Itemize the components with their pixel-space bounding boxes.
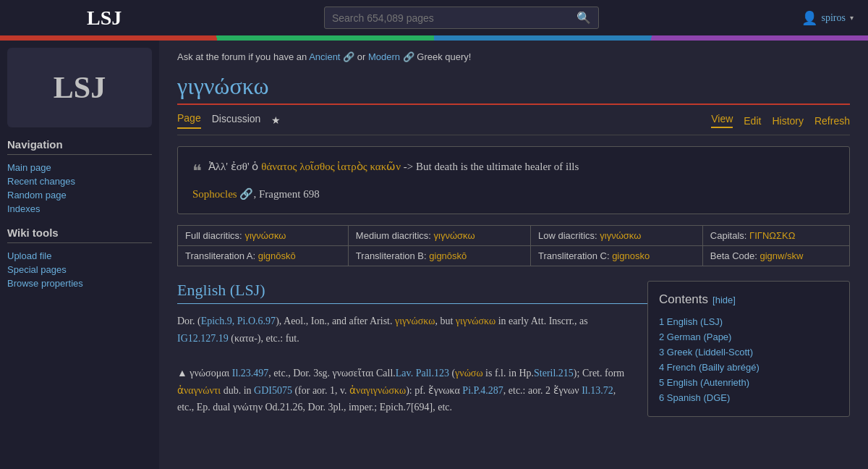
- tab-page[interactable]: Page: [177, 112, 201, 129]
- greek-inline[interactable]: ἀναγνώντι: [177, 385, 221, 396]
- ref-link[interactable]: Il.13.72: [582, 385, 613, 396]
- notice-text-middle: or: [357, 51, 366, 62]
- notice-text-after: Greek query!: [417, 51, 471, 62]
- tab-history[interactable]: History: [772, 115, 804, 127]
- cell-label: Transliteration A:: [185, 250, 255, 261]
- cell-value: gignōskō: [429, 250, 467, 261]
- contents-item-5[interactable]: 5 English (Autenrieth): [659, 375, 838, 390]
- cell-label: Beta Code:: [710, 250, 757, 261]
- notice-link-modern[interactable]: Modern: [368, 51, 400, 62]
- search-bar[interactable]: 🔍: [324, 7, 599, 29]
- ref-link[interactable]: Lav. Pall.123: [396, 368, 449, 379]
- sidebar: LSJ Navigation Main page Recent changes …: [0, 41, 159, 469]
- sidebar-link-upload-file[interactable]: Upload file: [7, 249, 152, 263]
- site-logo: LSJ: [87, 7, 122, 30]
- sidebar-wiki-tools-title: Wiki tools: [7, 227, 152, 243]
- tabs-left: Page Discussion ★: [177, 112, 711, 129]
- cell-value: γιγνώσκω: [600, 230, 641, 241]
- content-area: Ask at the forum if you have an Ancient …: [159, 41, 868, 469]
- sidebar-navigation-section: Navigation Main page Recent changes Rand…: [7, 138, 152, 216]
- greek-inline[interactable]: γιγνώσκω: [456, 316, 495, 326]
- search-input[interactable]: [332, 12, 576, 24]
- star-icon[interactable]: ★: [271, 114, 281, 127]
- greek-inline[interactable]: γιγνώσκω: [395, 316, 435, 326]
- cell-value: gignōskō: [258, 250, 296, 261]
- contents-title: Contents [hide]: [659, 292, 838, 307]
- cell-label: Full diacritics:: [185, 230, 242, 241]
- contents-box: Contents [hide] 1 English (LSJ) 2 German…: [647, 281, 850, 417]
- top-header: LSJ 🔍 👤 spiros ▾: [0, 0, 868, 38]
- tab-view[interactable]: View: [711, 113, 733, 128]
- ref-link[interactable]: GDI5075: [254, 385, 292, 396]
- tabs-area: Page Discussion ★ View Edit History Refr…: [177, 112, 850, 135]
- sidebar-navigation-title: Navigation: [7, 138, 152, 155]
- user-dropdown-arrow[interactable]: ▾: [850, 14, 854, 22]
- sidebar-wiki-tools-section: Wiki tools Upload file Special pages Bro…: [7, 227, 152, 290]
- table-cell: Full diacritics: γιγνώσκω: [178, 226, 349, 246]
- tabs-right: View Edit History Refresh: [711, 113, 850, 128]
- contents-item-6[interactable]: 6 Spanish (DGE): [659, 390, 838, 405]
- cell-label: Transliteration C:: [538, 250, 610, 261]
- greek-inline[interactable]: γνώσω: [455, 368, 483, 379]
- search-icon[interactable]: 🔍: [576, 11, 591, 25]
- quote-block: ❝ Ἀλλ' ἐσθ' ὁ θάνατος λοῖσθος ἰατρὸς κακ…: [177, 146, 850, 214]
- sidebar-link-special-pages[interactable]: Special pages: [7, 263, 152, 276]
- page-title: γιγνώσκω: [177, 73, 850, 105]
- table-row: Transliteration A: gignōskō Transliterat…: [178, 246, 850, 266]
- table-cell: Beta Code: gignw/skw: [702, 246, 849, 266]
- contents-item-4[interactable]: 4 French (Bailly abrégé): [659, 360, 838, 375]
- sidebar-logo-box: LSJ: [7, 48, 152, 127]
- quote-mark-icon: ❝: [192, 162, 202, 181]
- sidebar-link-recent-changes[interactable]: Recent changes: [7, 174, 152, 188]
- notice-bar: Ask at the forum if you have an Ancient …: [177, 51, 850, 62]
- quote-source-icon: 🔗: [237, 188, 254, 200]
- user-area: 👤 spiros ▾: [801, 10, 854, 26]
- table-cell: Medium diacritics: γιγνώσκω: [348, 226, 530, 246]
- contents-item-1[interactable]: 1 English (LSJ): [659, 314, 838, 329]
- table-cell: Capitals: ΓΙΓΝΩΣΚΩ: [702, 226, 849, 246]
- tab-discussion[interactable]: Discussion: [212, 113, 261, 128]
- ref-link[interactable]: Steril.215: [534, 368, 574, 379]
- table-cell: Transliteration A: gignōskō: [178, 246, 349, 266]
- table-cell: Transliteration C: gignosko: [531, 246, 703, 266]
- notice-external-icon-modern: 🔗: [403, 51, 414, 62]
- quote-source-plain: , Fragment 698: [253, 188, 319, 200]
- cell-value: γιγνώσκω: [244, 230, 286, 241]
- contents-hide-link[interactable]: [hide]: [712, 295, 736, 305]
- contents-item-3[interactable]: 3 Greek (Liddell-Scott): [659, 345, 838, 360]
- sidebar-link-main-page[interactable]: Main page: [7, 161, 152, 174]
- cell-label: Transliteration B:: [356, 250, 427, 261]
- contents-item-2[interactable]: 2 German (Pape): [659, 329, 838, 345]
- table-cell: Transliteration B: gignōskō: [348, 246, 530, 266]
- sidebar-logo-text: LSJ: [54, 70, 106, 105]
- cell-label: Low diacritics:: [538, 230, 597, 241]
- cell-value: γιγνώσκω: [434, 230, 475, 241]
- ref-link[interactable]: Pi.P.4.287: [462, 385, 503, 396]
- sidebar-link-browse-properties[interactable]: Browse properties: [7, 276, 152, 290]
- diacritics-table: Full diacritics: γιγνώσκω Medium diacrit…: [177, 225, 850, 266]
- notice-text-before: Ask at the forum if you have an: [177, 51, 307, 62]
- table-cell: Low diacritics: γιγνώσκω: [531, 226, 703, 246]
- contents-title-text: Contents: [659, 292, 708, 307]
- tab-refresh[interactable]: Refresh: [814, 115, 850, 127]
- table-row: Full diacritics: γιγνώσκω Medium diacrit…: [178, 226, 850, 246]
- sidebar-link-indexes[interactable]: Indexes: [7, 202, 152, 216]
- quote-greek-plain-1: Ἀλλ' ἐσθ' ὁ: [208, 161, 261, 172]
- quote-greek-link[interactable]: θάνατος λοῖσθος ἰατρὸς κακῶν: [261, 161, 401, 172]
- ref-link[interactable]: IG12.127.19: [177, 333, 229, 344]
- sidebar-link-random-page[interactable]: Random page: [7, 188, 152, 202]
- username[interactable]: spiros: [822, 12, 846, 24]
- main-layout: LSJ Navigation Main page Recent changes …: [0, 41, 868, 469]
- tab-edit[interactable]: Edit: [744, 115, 761, 127]
- ref-link[interactable]: Il.23.497: [232, 368, 269, 379]
- notice-link-ancient[interactable]: Ancient: [309, 51, 340, 62]
- cell-value: gignw/skw: [760, 250, 803, 261]
- ref-link[interactable]: Epich.9, Pi.O.6.97: [201, 316, 276, 326]
- quote-source-link[interactable]: Sophocles: [192, 188, 237, 200]
- cell-value: gignosko: [612, 250, 650, 261]
- greek-inline[interactable]: ἀναγιγνώσκω: [349, 385, 406, 396]
- cell-label: Capitals:: [710, 230, 747, 241]
- user-icon: 👤: [801, 10, 817, 26]
- quote-english: -> But death is the ultimate healer of i…: [401, 161, 579, 172]
- notice-external-icon-ancient: 🔗: [343, 51, 354, 62]
